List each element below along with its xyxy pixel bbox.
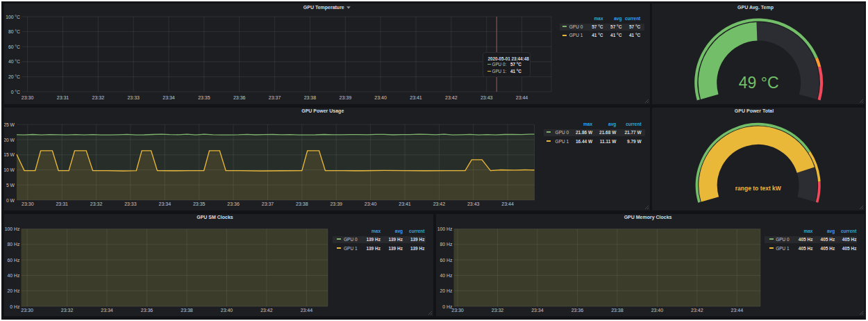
svg-text:23:30: 23:30 bbox=[22, 95, 34, 100]
svg-text:23:39: 23:39 bbox=[340, 95, 352, 100]
svg-text:23:34: 23:34 bbox=[531, 308, 544, 313]
svg-text:23:40: 23:40 bbox=[374, 95, 387, 100]
svg-text:60 Hz: 60 Hz bbox=[8, 257, 20, 262]
svg-text:10 W: 10 W bbox=[4, 167, 15, 172]
svg-text:23:37: 23:37 bbox=[262, 201, 274, 206]
svg-text:23:43: 23:43 bbox=[467, 201, 480, 206]
svg-text:23:40: 23:40 bbox=[651, 308, 664, 313]
svg-text:0 °C: 0 °C bbox=[11, 90, 20, 94]
svg-text:23:42: 23:42 bbox=[433, 201, 446, 206]
svg-text:23:41: 23:41 bbox=[410, 95, 422, 100]
svg-text:23:43: 23:43 bbox=[481, 95, 493, 100]
svg-text:60 °C: 60 °C bbox=[8, 44, 20, 49]
svg-text:23:39: 23:39 bbox=[330, 201, 342, 206]
svg-text:23:36: 23:36 bbox=[141, 308, 153, 313]
svg-text:20 °C: 20 °C bbox=[8, 74, 20, 79]
svg-text:60 Hz: 60 Hz bbox=[440, 257, 453, 262]
svg-text:80 Hz: 80 Hz bbox=[440, 242, 453, 247]
svg-text:23:35: 23:35 bbox=[193, 201, 206, 206]
svg-text:23:31: 23:31 bbox=[56, 201, 68, 206]
svg-text:23:42: 23:42 bbox=[445, 95, 458, 100]
svg-text:23:44: 23:44 bbox=[516, 95, 528, 100]
svg-text:23:34: 23:34 bbox=[101, 308, 113, 313]
svg-text:40 Hz: 40 Hz bbox=[8, 272, 20, 277]
svg-text:23:32: 23:32 bbox=[492, 308, 504, 313]
svg-text:23:38: 23:38 bbox=[304, 95, 317, 100]
svg-text:23:30: 23:30 bbox=[22, 201, 34, 206]
svg-text:100 °C: 100 °C bbox=[6, 15, 20, 19]
svg-text:0 Hz: 0 Hz bbox=[10, 304, 20, 308]
svg-text:15 W: 15 W bbox=[4, 152, 15, 157]
svg-text:100 Hz: 100 Hz bbox=[437, 227, 453, 231]
svg-text:20 Hz: 20 Hz bbox=[8, 288, 20, 293]
svg-text:23:31: 23:31 bbox=[57, 95, 69, 100]
svg-text:23:38: 23:38 bbox=[181, 308, 193, 313]
svg-text:40 °C: 40 °C bbox=[8, 59, 20, 64]
svg-text:0 W: 0 W bbox=[6, 197, 15, 202]
svg-text:20 W: 20 W bbox=[4, 137, 15, 142]
svg-text:40 Hz: 40 Hz bbox=[440, 272, 453, 277]
svg-text:23:36: 23:36 bbox=[571, 308, 584, 313]
svg-text:23:36: 23:36 bbox=[233, 95, 246, 100]
svg-text:23:33: 23:33 bbox=[127, 95, 140, 100]
svg-text:23:30: 23:30 bbox=[451, 308, 464, 313]
svg-text:23:38: 23:38 bbox=[611, 308, 624, 313]
svg-text:23:44: 23:44 bbox=[731, 308, 744, 313]
svg-text:23:40: 23:40 bbox=[365, 201, 377, 206]
svg-text:23:33: 23:33 bbox=[124, 201, 137, 206]
svg-text:80 °C: 80 °C bbox=[8, 29, 20, 34]
svg-text:23:42: 23:42 bbox=[691, 308, 703, 313]
svg-text:23:34: 23:34 bbox=[159, 201, 172, 206]
svg-text:20 Hz: 20 Hz bbox=[440, 288, 453, 293]
svg-text:23:44: 23:44 bbox=[501, 201, 514, 206]
svg-text:23:32: 23:32 bbox=[61, 308, 74, 313]
svg-text:23:34: 23:34 bbox=[162, 95, 175, 100]
svg-text:80 Hz: 80 Hz bbox=[8, 242, 20, 247]
svg-text:23:32: 23:32 bbox=[92, 95, 105, 100]
svg-text:23:36: 23:36 bbox=[227, 201, 240, 206]
svg-text:49 °C: 49 °C bbox=[738, 74, 778, 92]
svg-text:23:37: 23:37 bbox=[269, 95, 281, 100]
svg-text:range to text kW: range to text kW bbox=[735, 185, 781, 192]
svg-text:100 Hz: 100 Hz bbox=[5, 227, 20, 231]
svg-text:23:41: 23:41 bbox=[399, 201, 411, 206]
svg-text:23:44: 23:44 bbox=[301, 308, 313, 313]
svg-text:23:40: 23:40 bbox=[221, 308, 233, 313]
svg-text:23:35: 23:35 bbox=[198, 95, 210, 100]
svg-text:5 W: 5 W bbox=[6, 182, 15, 187]
svg-text:23:38: 23:38 bbox=[296, 201, 308, 206]
svg-text:23:42: 23:42 bbox=[260, 308, 273, 313]
svg-text:23:30: 23:30 bbox=[21, 308, 33, 313]
svg-text:25 W: 25 W bbox=[4, 122, 15, 126]
svg-text:23:32: 23:32 bbox=[90, 201, 103, 206]
